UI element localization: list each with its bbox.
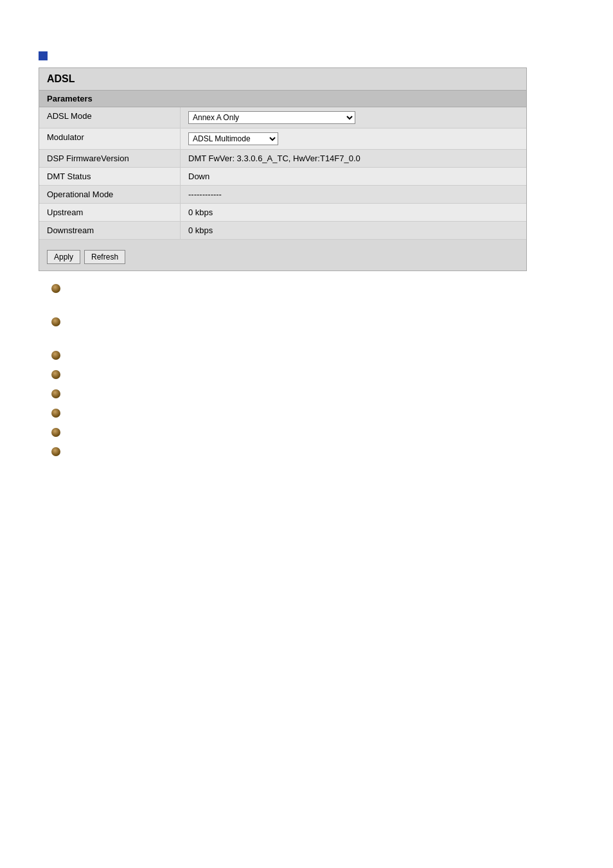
modulator-value: ADSL Multimode ADSL ADSL2 ADSL2+ <box>181 128 526 149</box>
dsp-firmware-value: DMT FwVer: 3.3.0.6_A_TC, HwVer:T14F7_0.0 <box>181 150 526 167</box>
table-row: DMT Status Down <box>39 168 526 186</box>
modulator-label: Modulator <box>39 128 181 149</box>
upstream-label: Upstream <box>39 204 181 221</box>
bullet-icon <box>51 389 60 398</box>
adsl-mode-select[interactable]: Annex A Only Annex B Only Annex A and B … <box>188 111 355 124</box>
table-row: DSP FirmwareVersion DMT FwVer: 3.3.0.6_A… <box>39 150 526 168</box>
bullet-item <box>51 368 574 382</box>
bullet-icon <box>51 428 60 437</box>
table-row: ADSL Mode Annex A Only Annex B Only Anne… <box>39 107 526 128</box>
dsp-firmware-label: DSP FirmwareVersion <box>39 150 181 167</box>
dmt-status-label: DMT Status <box>39 168 181 185</box>
bullet-icon <box>51 351 60 360</box>
adsl-panel: ADSL Parameters ADSL Mode Annex A Only A… <box>39 67 527 271</box>
bullet-icon <box>51 284 60 293</box>
operational-mode-label: Operational Mode <box>39 186 181 203</box>
bullet-item <box>51 445 574 459</box>
panel-title: ADSL <box>39 68 526 91</box>
table-row: Modulator ADSL Multimode ADSL ADSL2 ADSL… <box>39 128 526 150</box>
bullet-item <box>51 348 574 362</box>
downstream-value: 0 kbps <box>181 222 526 239</box>
bullet-icon <box>51 409 60 418</box>
parameters-header: Parameters <box>39 91 526 107</box>
bullet-item <box>51 406 574 420</box>
bullet-icon <box>51 370 60 379</box>
modulator-select[interactable]: ADSL Multimode ADSL ADSL2 ADSL2+ <box>188 132 278 145</box>
bullet-icon <box>51 317 60 326</box>
dmt-status-value: Down <box>181 168 526 185</box>
table-row: Operational Mode ------------ <box>39 186 526 204</box>
adsl-mode-label: ADSL Mode <box>39 107 181 128</box>
bullet-item <box>51 281 574 296</box>
bullet-item <box>51 387 574 401</box>
adsl-mode-value: Annex A Only Annex B Only Annex A and B … <box>181 107 526 128</box>
operational-mode-value: ------------ <box>181 186 526 203</box>
upstream-value: 0 kbps <box>181 204 526 221</box>
buttons-row: Apply Refresh <box>39 244 526 270</box>
refresh-button[interactable]: Refresh <box>84 250 125 264</box>
bullets-container <box>51 281 574 459</box>
downstream-label: Downstream <box>39 222 181 239</box>
table-row: Downstream 0 kbps <box>39 222 526 240</box>
bullet-item <box>51 425 574 439</box>
apply-button[interactable]: Apply <box>47 250 80 264</box>
bullet-item <box>51 315 574 329</box>
bullet-icon <box>51 447 60 456</box>
page-container: ADSL Parameters ADSL Mode Annex A Only A… <box>13 13 600 484</box>
table-row: Upstream 0 kbps <box>39 204 526 222</box>
blue-square-icon <box>39 51 48 60</box>
